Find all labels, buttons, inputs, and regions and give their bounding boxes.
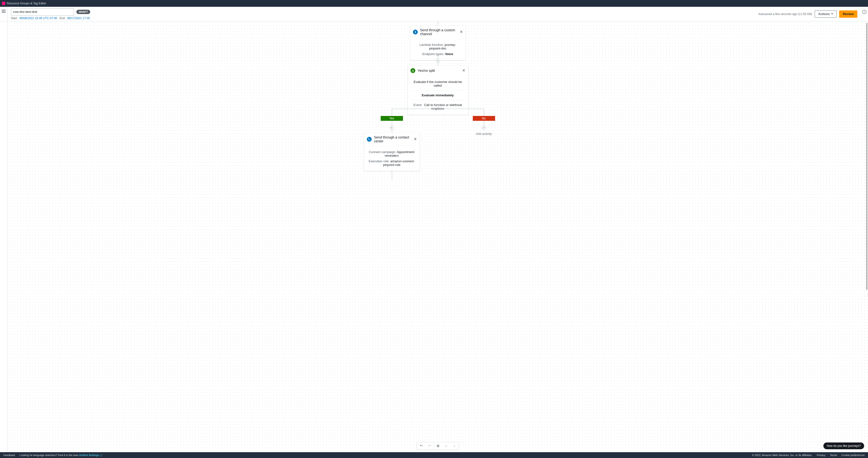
event-value: Call to function or webhook response xyxy=(424,103,462,111)
node-title: Send through a custom channel xyxy=(420,28,457,36)
endpoint-value: Voice xyxy=(445,52,453,56)
footer-privacy[interactable]: Privacy xyxy=(817,454,826,457)
vertical-scrollbar[interactable] xyxy=(866,23,868,290)
service-icon xyxy=(2,2,5,5)
end-label: End xyxy=(60,17,65,20)
close-icon[interactable]: ✕ xyxy=(460,30,463,34)
journey-name-input[interactable] xyxy=(11,8,74,16)
feedback-pill[interactable]: How do you like journeys? xyxy=(824,442,864,449)
redo-button[interactable] xyxy=(425,442,434,450)
endpoint-label: Endpoint types: xyxy=(422,52,444,56)
footer-cookie[interactable]: Cookie preferences xyxy=(842,454,865,457)
page-header: DRAFT Start 06/08/2022 15:49 UTC-07:00 E… xyxy=(0,7,868,21)
menu-icon[interactable] xyxy=(2,10,6,12)
close-icon[interactable]: ✕ xyxy=(414,137,417,141)
node-contact-center[interactable]: Send through a contact center ✕ Connect … xyxy=(364,133,420,171)
autosave-text: Autosaved a few seconds ago (11:55 AM) xyxy=(758,12,812,16)
lambda-label: Lambda function: xyxy=(420,43,444,47)
phone-icon xyxy=(367,137,372,142)
review-label: Review xyxy=(843,12,854,16)
chevron-down-icon xyxy=(831,13,833,14)
aws-top-bar: Resource Groups & Tag Editor xyxy=(0,0,868,7)
unified-settings-link[interactable]: Unified Settings xyxy=(79,454,99,457)
footer-terms[interactable]: Terms xyxy=(830,454,837,457)
footer-feedback[interactable]: Feedback xyxy=(3,454,15,457)
zoom-out-button[interactable]: − xyxy=(442,442,450,450)
undo-button[interactable] xyxy=(417,442,425,450)
add-activity-button-yes[interactable]: + xyxy=(390,126,394,130)
lambda-icon xyxy=(413,30,418,34)
add-activity-button[interactable]: + xyxy=(436,59,440,63)
page-footer: Feedback Looking for language selection?… xyxy=(0,452,868,458)
split-evaluate: Evaluate immediately xyxy=(411,92,464,98)
actions-label: Actions xyxy=(818,12,830,16)
start-label: Start xyxy=(11,17,17,20)
service-name[interactable]: Resource Groups & Tag Editor xyxy=(7,2,46,5)
close-icon[interactable]: ✕ xyxy=(462,69,465,72)
external-link-icon xyxy=(100,454,102,457)
split-icon xyxy=(410,68,415,73)
branch-yes: Yes xyxy=(381,116,403,121)
split-desc: Evaluate if the customer should be calle… xyxy=(411,79,464,88)
center-button[interactable] xyxy=(434,442,442,450)
start-datetime[interactable]: 06/08/2022 15:49 UTC-07:00 xyxy=(20,17,57,20)
role-label: Execution role: xyxy=(369,159,390,163)
branch-no: No xyxy=(473,116,495,121)
node-title: Yes/no split xyxy=(418,69,435,72)
status-badge: DRAFT xyxy=(76,10,90,14)
journey-canvas[interactable]: Send through a custom channel ✕ Lambda f… xyxy=(7,21,868,452)
campaign-label: Connect campaign: xyxy=(369,150,396,154)
add-activity-label: Add activity xyxy=(476,132,492,135)
add-activity-button-no[interactable]: + xyxy=(482,126,486,130)
canvas-controls: − + xyxy=(417,442,459,450)
canvas-region: Send through a custom channel ✕ Lambda f… xyxy=(0,21,868,452)
footer-copyright: © 2022, Amazon Web Services, Inc. or its… xyxy=(752,454,812,457)
actions-button[interactable]: Actions xyxy=(815,10,837,18)
footer-lang-text: Looking for language selection? Find it … xyxy=(20,454,102,457)
event-label: Event: xyxy=(413,103,422,107)
zoom-in-button[interactable]: + xyxy=(450,442,459,450)
svg-point-0 xyxy=(437,446,438,446)
review-button[interactable]: Review xyxy=(839,10,857,18)
info-icon[interactable]: i xyxy=(862,10,867,14)
node-title: Send through a contact center xyxy=(374,135,411,143)
end-datetime[interactable]: 06/17/2022 17:00 xyxy=(67,17,90,20)
